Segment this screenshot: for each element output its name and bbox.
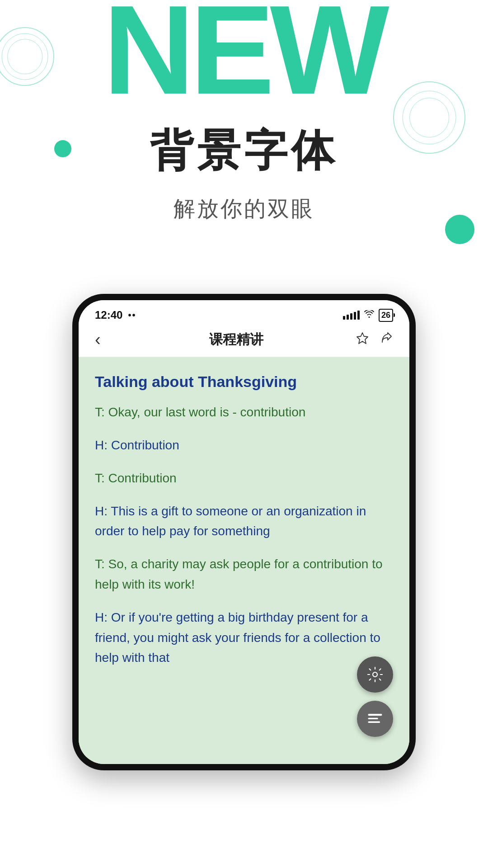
share-button[interactable]	[379, 331, 393, 349]
phone-outer: 12:40 ••	[72, 294, 416, 770]
back-button[interactable]: ‹	[95, 330, 117, 349]
dialogue-line-4: H: This is a gift to someone or an organ…	[95, 501, 393, 542]
svg-rect-4	[368, 722, 380, 723]
phone-inner: 12:40 ••	[79, 300, 409, 764]
dialogue-line-6: H: Or if you're getting a big birthday p…	[95, 608, 393, 668]
dialogue-line-3: T: Contribution	[95, 468, 393, 489]
content-area: Talking about Thanksgiving T: Okay, our …	[79, 357, 409, 764]
dialogue-line-5: T: So, a charity may ask people for a co…	[95, 554, 393, 595]
decorative-dot-small	[54, 140, 71, 157]
svg-rect-3	[368, 718, 378, 719]
signal-icon	[343, 311, 360, 320]
phone-wrapper: 12:40 ••	[0, 294, 488, 770]
nav-title: 课程精讲	[209, 330, 263, 349]
nav-icons	[355, 331, 393, 349]
text-fab-button[interactable]	[357, 701, 393, 737]
nav-bar: ‹ 课程精讲	[79, 326, 409, 357]
main-title: 背景字体	[150, 122, 338, 181]
svg-rect-2	[368, 714, 382, 716]
decorative-circle-right	[393, 81, 465, 154]
status-dots: ••	[128, 310, 136, 321]
battery-icon: 26	[379, 309, 393, 322]
wifi-icon	[364, 310, 374, 321]
settings-fab-button[interactable]	[357, 656, 393, 693]
dialogue-line-2: H: Contribution	[95, 435, 393, 456]
decorative-dot-large	[445, 215, 474, 244]
dialogue-line-1: T: Okay, our last word is - contribution	[95, 402, 393, 423]
svg-point-1	[373, 672, 377, 677]
svg-marker-0	[357, 333, 368, 344]
top-section: NEW 背景字体 解放你的双眼	[0, 0, 488, 280]
status-icons: 26	[343, 309, 393, 322]
fab-container	[357, 656, 393, 737]
status-bar: 12:40 ••	[79, 300, 409, 326]
favorite-button[interactable]	[355, 331, 370, 349]
status-time: 12:40	[95, 309, 122, 321]
subtitle: 解放你的双眼	[174, 194, 314, 223]
lesson-title: Talking about Thanksgiving	[95, 372, 393, 392]
